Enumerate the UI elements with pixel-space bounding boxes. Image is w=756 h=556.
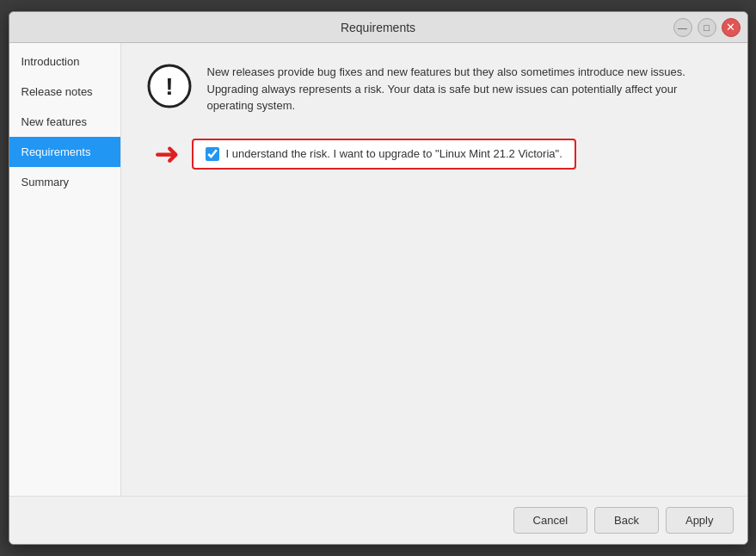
- maximize-button[interactable]: □: [698, 18, 716, 37]
- arrow-checkbox-row: ➜ I understand the risk. I want to upgra…: [147, 139, 722, 170]
- main-content: ! New releases provide bug fixes and new…: [121, 43, 747, 496]
- close-button[interactable]: ✕: [722, 18, 741, 37]
- sidebar-item-introduction[interactable]: Introduction: [9, 46, 120, 77]
- window-title: Requirements: [341, 21, 415, 34]
- warning-icon: !: [147, 64, 192, 108]
- info-text: New releases provide bug fixes and new f…: [207, 64, 722, 114]
- sidebar-item-release-notes[interactable]: Release notes: [9, 77, 120, 107]
- sidebar-item-summary[interactable]: Summary: [9, 167, 120, 197]
- checkbox-frame: I understand the risk. I want to upgrade…: [192, 139, 576, 170]
- minimize-button[interactable]: —: [673, 18, 692, 37]
- footer: Cancel Back Apply: [9, 496, 747, 544]
- titlebar: Requirements — □ ✕: [9, 12, 747, 43]
- checkbox-label[interactable]: I understand the risk. I want to upgrade…: [226, 147, 562, 160]
- sidebar-item-new-features[interactable]: New features: [9, 107, 120, 137]
- info-section: ! New releases provide bug fixes and new…: [147, 64, 722, 114]
- window: Requirements — □ ✕ Introduction Release …: [9, 11, 748, 545]
- content-area: Introduction Release notes New features …: [9, 43, 747, 496]
- back-button[interactable]: Back: [594, 507, 659, 534]
- understand-checkbox[interactable]: [206, 147, 219, 161]
- cancel-button[interactable]: Cancel: [513, 507, 587, 534]
- sidebar: Introduction Release notes New features …: [9, 43, 121, 496]
- arrow-icon: ➜: [154, 139, 180, 170]
- apply-button[interactable]: Apply: [666, 507, 734, 534]
- titlebar-controls: — □ ✕: [673, 18, 741, 37]
- sidebar-item-requirements[interactable]: Requirements: [9, 137, 120, 167]
- svg-text:!: !: [165, 73, 173, 100]
